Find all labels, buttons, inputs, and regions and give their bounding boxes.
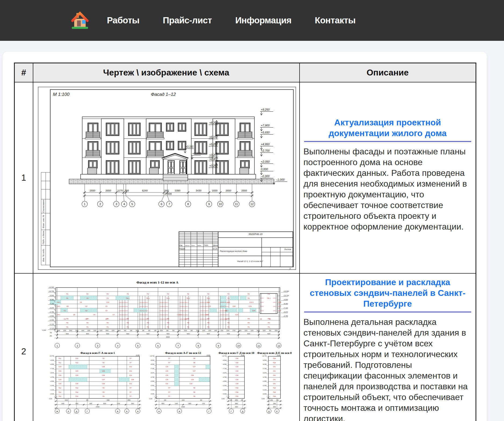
svg-text:+5,970: +5,970 [262, 372, 267, 373]
svg-text:С25.1: С25.1 [261, 297, 264, 299]
svg-text:12: 12 [277, 344, 280, 347]
svg-text:1200: 1200 [63, 330, 66, 331]
svg-text:С31: С31 [129, 370, 132, 372]
svg-text:+3,590: +3,590 [150, 381, 154, 382]
svg-text:П2: П2 [86, 293, 88, 295]
svg-text:П5.1: П5.1 [267, 297, 271, 299]
svg-text:П8: П8 [193, 358, 195, 359]
svg-text:1: 1 [84, 202, 85, 206]
svg-text:2600: 2600 [214, 330, 217, 331]
svg-text:Инв. № подл.: Инв. № подл. [42, 248, 45, 262]
svg-text:+8,350: +8,350 [262, 364, 267, 365]
svg-text:С25.3: С25.3 [205, 302, 208, 303]
svg-text:П2: П2 [227, 322, 229, 324]
svg-text:600: 600 [124, 330, 126, 331]
svg-text:С25.3: С25.3 [145, 310, 148, 311]
svg-text:П2: П2 [147, 322, 149, 324]
svg-text:6: 6 [157, 344, 159, 347]
svg-text:Разраб.: Разраб. [179, 248, 186, 250]
svg-text:+9,540: +9,540 [222, 360, 226, 361]
svg-text:М 1:100: М 1:100 [53, 92, 70, 97]
svg-text:0,000: 0,000 [149, 398, 152, 400]
svg-text:1200: 1200 [175, 403, 178, 404]
svg-text:П1: П1 [66, 326, 68, 328]
svg-text:12: 12 [250, 202, 253, 206]
svg-text:С25.3: С25.3 [225, 310, 229, 311]
svg-text:П34: П34 [235, 391, 238, 393]
svg-text:П11: П11 [59, 358, 61, 359]
svg-text:С25.3: С25.3 [165, 302, 168, 303]
svg-text:0,000: 0,000 [261, 168, 268, 171]
svg-text:В: В [179, 410, 180, 412]
svg-text:–8,263: –8,263 [241, 355, 244, 356]
svg-text:С25.3: С25.3 [205, 306, 208, 307]
svg-text:3430: 3430 [196, 189, 201, 192]
svg-text:Фасад в осях 1-12 по оси А: Фасад в осях 1-12 по оси А [136, 280, 179, 284]
svg-text:С25.3: С25.3 [225, 306, 229, 307]
svg-text:1700: 1700 [232, 330, 235, 331]
svg-text:Фасад в осях Г-Д по оси 10: Фасад в осях Г-Д по оси 10 [218, 351, 254, 354]
svg-text:8: 8 [187, 202, 189, 206]
svg-text:+10,730: +10,730 [49, 355, 54, 357]
svg-text:П2: П2 [187, 322, 189, 324]
svg-text:+1,210: +1,210 [150, 389, 154, 390]
svg-text:С29: С29 [75, 370, 78, 372]
svg-text:П1: П1 [66, 293, 68, 295]
svg-text:+0,020: +0,020 [49, 328, 54, 329]
svg-text:Фасад в осях Г-А по оси 1: Фасад в осях Г-А по оси 1 [80, 351, 115, 354]
svg-text:С33: С33 [58, 374, 61, 376]
svg-text:С31: С31 [129, 374, 132, 376]
svg-text:+2,100: +2,100 [192, 152, 201, 155]
svg-text:6000: 6000 [187, 333, 190, 335]
svg-text:П18: П18 [273, 395, 275, 397]
svg-text:С25.1: С25.1 [273, 297, 276, 299]
svg-text:+9,540: +9,540 [262, 360, 267, 361]
svg-text:6000: 6000 [86, 333, 89, 335]
svg-text:280: 280 [190, 330, 192, 331]
svg-text:+2,400: +2,400 [50, 385, 54, 386]
svg-text:+7,160: +7,160 [283, 307, 288, 309]
svg-text:380: 380 [125, 189, 129, 192]
svg-text:+3,590: +3,590 [50, 381, 54, 382]
svg-text:5200: 5200 [184, 330, 187, 331]
svg-text:4: 4 [117, 344, 118, 347]
svg-text:280: 280 [166, 330, 168, 331]
svg-text:8: 8 [197, 344, 199, 347]
svg-text:2550: 2550 [127, 400, 130, 401]
svg-text:2700: 2700 [117, 403, 120, 404]
svg-text:С29: С29 [191, 379, 193, 380]
svg-text:1200: 1200 [250, 330, 253, 331]
svg-text:П7: П7 [168, 395, 170, 397]
svg-text:С17: С17 [278, 306, 281, 307]
svg-text:+1,210: +1,210 [50, 389, 54, 390]
svg-text:П11: П11 [59, 362, 61, 363]
svg-text:П18: П18 [273, 362, 275, 363]
svg-text:Согласовано: Согласовано [42, 199, 45, 213]
svg-text:1000: 1000 [81, 330, 84, 331]
svg-text:02.20: 02.20 [213, 248, 217, 250]
svg-text:Е: Е [68, 410, 69, 412]
svg-text:+5,970: +5,970 [49, 307, 54, 309]
svg-text:П3: П3 [247, 318, 250, 320]
svg-text:С33: С33 [58, 370, 61, 372]
svg-text:1200: 1200 [244, 330, 247, 331]
svg-text:6000: 6000 [146, 333, 149, 335]
svg-text:П18: П18 [273, 391, 275, 393]
svg-text:П7: П7 [168, 358, 170, 359]
svg-text:П10: П10 [75, 395, 78, 397]
svg-text:С26: С26 [165, 374, 168, 376]
svg-text:+7,160: +7,160 [50, 368, 54, 369]
svg-text:С3: С3 [209, 306, 211, 307]
svg-text:П11: П11 [59, 395, 61, 397]
svg-text:+0,020: +0,020 [150, 393, 154, 395]
svg-text:С25.3: С25.3 [125, 302, 128, 303]
svg-text:С4.1: С4.1 [57, 306, 60, 307]
svg-text:С9: С9 [80, 302, 82, 303]
svg-text:1200: 1200 [202, 330, 205, 331]
svg-text:П1: П1 [247, 326, 250, 328]
svg-text:15000: 15000 [181, 406, 185, 408]
svg-text:П1: П1 [207, 326, 209, 328]
svg-text:П7: П7 [129, 358, 131, 359]
svg-text:+10,730: +10,730 [262, 355, 267, 357]
svg-text:С25.3: С25.3 [185, 314, 188, 315]
